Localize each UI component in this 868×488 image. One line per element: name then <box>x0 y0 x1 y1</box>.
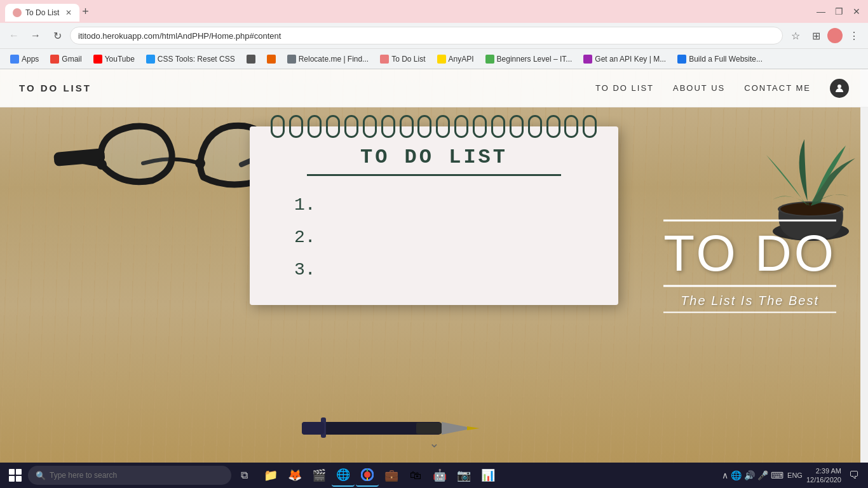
back-button[interactable]: ← <box>5 27 23 44</box>
taskbar-app-store[interactable]: 🛍 <box>404 464 427 487</box>
bookmark-game[interactable] <box>241 53 261 65</box>
tray-expand-icon[interactable]: ∧ <box>722 470 728 480</box>
bookmark-build-label: Build a Full Website... <box>689 55 763 64</box>
language-indicator: ENG <box>787 471 803 479</box>
taskbar-system-tray: ∧ 🌐 🔊 🎤 ⌨ ENG 2:39 AM 12/16/2020 🗨 <box>722 466 863 485</box>
tray-volume-icon[interactable]: 🔊 <box>744 470 755 480</box>
taskbar-search-input[interactable] <box>50 471 177 480</box>
bookmark-anyapi[interactable]: AnyAPI <box>432 53 479 65</box>
close-button[interactable]: ✕ <box>850 6 863 17</box>
bookmark-css[interactable]: CSS Tools: Reset CSS <box>141 53 240 65</box>
address-input[interactable] <box>70 27 783 44</box>
notebook-item-3: 3. <box>294 254 574 286</box>
tray-keyboard-icon[interactable]: ⌨ <box>771 470 783 480</box>
bookmark-gmail[interactable]: Gmail <box>45 53 86 65</box>
nav-todo-list[interactable]: TO DO LIST <box>595 83 654 93</box>
hero-section: TO DO LIST 1. 2. 3. TO DO The List Is Th… <box>0 69 868 463</box>
svg-rect-13 <box>302 422 324 435</box>
menu-icon[interactable]: ⋮ <box>845 27 863 44</box>
title-bar: To Do List ✕ + — ❐ ✕ <box>0 0 868 23</box>
taskbar-app-explorer[interactable]: 📁 <box>259 464 282 487</box>
relocate-favicon <box>287 55 296 64</box>
pen-decoration <box>295 406 486 457</box>
notebook-title: TO DO LIST <box>275 146 593 169</box>
bookmark-api[interactable]: Get an API Key | M... <box>578 53 671 65</box>
extensions-icon[interactable]: ⊞ <box>807 27 825 44</box>
task-view-button[interactable]: ⧉ <box>234 465 254 485</box>
api-favicon <box>583 55 592 64</box>
bookmark-css-label: CSS Tools: Reset CSS <box>158 55 235 64</box>
notebook-item-2: 2. <box>294 221 574 254</box>
taskbar-app-chrome[interactable] <box>356 464 379 487</box>
game-favicon <box>247 55 255 64</box>
bookmark-build[interactable]: Build a Full Website... <box>672 53 768 65</box>
taskbar: 🔍 ⧉ 📁 🦊 🎬 🌐 💼 🛍 🤖 📷 📊 ∧ 🌐 🔊 🎤 ⌨ <box>0 463 868 488</box>
window-controls: — ❐ ✕ <box>815 6 863 17</box>
hero-text: TO DO The List Is The Best <box>663 220 836 313</box>
svg-point-5 <box>195 158 205 168</box>
taskbar-app-edge[interactable]: 🌐 <box>332 464 355 487</box>
page-scrollbar[interactable] <box>860 69 868 463</box>
taskbar-app-vlc[interactable]: 🎬 <box>308 464 330 487</box>
tab-favicon <box>13 8 22 17</box>
site-logo: TO DO LIST <box>19 83 92 93</box>
search-icon: 🔍 <box>36 471 46 480</box>
browser-chrome: To Do List ✕ + — ❐ ✕ ← → ↻ ☆ ⊞ ⋮ Apps Gm… <box>0 0 868 69</box>
youtube-favicon <box>93 55 102 64</box>
bookmark-relocate[interactable]: Relocate.me | Find... <box>282 53 374 65</box>
system-clock: 2:39 AM 12/16/2020 <box>806 466 841 485</box>
taskbar-app-photo[interactable]: 📷 <box>452 464 475 487</box>
notebook-underline <box>307 174 561 176</box>
taskbar-app-teams[interactable]: 💼 <box>380 464 403 487</box>
notebook-rings <box>269 115 599 138</box>
tab-title: To Do List <box>25 8 59 17</box>
css-favicon <box>146 55 155 64</box>
site-nav: TO DO LIST TO DO LIST ABOUT US CONTACT M… <box>0 69 868 107</box>
svg-rect-14 <box>416 423 442 434</box>
svg-point-0 <box>837 85 841 88</box>
refresh-button[interactable]: ↻ <box>48 27 66 44</box>
notebook-item-1: 1. <box>294 189 574 221</box>
address-bar: ← → ↻ ☆ ⊞ ⋮ <box>0 23 868 48</box>
forward-button[interactable]: → <box>27 27 44 44</box>
svg-point-8 <box>780 203 841 215</box>
chrome-avatar[interactable] <box>827 28 843 43</box>
site-menu: TO DO LIST ABOUT US CONTACT ME <box>595 79 849 98</box>
svg-marker-12 <box>467 426 480 430</box>
minimize-button[interactable]: — <box>815 6 827 17</box>
bookmark-todo[interactable]: To Do List <box>375 53 430 65</box>
bookmark-api-label: Get an API Key | M... <box>595 55 666 64</box>
windows-icon <box>9 469 22 482</box>
taskbar-app-firefox[interactable]: 🦊 <box>283 464 306 487</box>
bookmark-youtube[interactable]: YouTube <box>88 53 140 65</box>
hero-sub-text: The List Is The Best <box>663 294 836 313</box>
bookmark-beginners[interactable]: Beginners Level – IT... <box>480 53 578 65</box>
browser-tab[interactable]: To Do List ✕ <box>5 4 79 22</box>
start-button[interactable] <box>5 465 25 485</box>
taskbar-app-excel[interactable]: 📊 <box>477 464 499 487</box>
nav-contact-me[interactable]: CONTACT ME <box>744 83 811 93</box>
maximize-button[interactable]: ❐ <box>832 6 845 17</box>
bookmark-apps[interactable]: Apps <box>5 53 44 65</box>
notebook: TO DO LIST 1. 2. 3. <box>250 126 618 305</box>
bookmark-star-icon[interactable]: ☆ <box>787 27 804 44</box>
nav-about-us[interactable]: ABOUT US <box>673 83 725 93</box>
gmail-favicon <box>50 55 59 64</box>
taskbar-app-android[interactable]: 🤖 <box>428 464 451 487</box>
tray-network-icon[interactable]: 🌐 <box>731 470 742 480</box>
bookmark-relocate-label: Relocate.me | Find... <box>299 55 369 64</box>
bookmark-anyapi-label: AnyAPI <box>449 55 474 64</box>
tray-icons: ∧ 🌐 🔊 🎤 ⌨ <box>722 470 783 480</box>
tab-close-button[interactable]: ✕ <box>65 8 72 17</box>
notification-button[interactable]: 🗨 <box>845 466 863 484</box>
svg-point-4 <box>97 159 107 170</box>
anyapi-favicon <box>437 55 446 64</box>
taskbar-search[interactable]: 🔍 <box>28 466 231 485</box>
tray-mic-icon[interactable]: 🎤 <box>757 470 768 480</box>
bookmark-firefox[interactable] <box>262 53 281 65</box>
clock-time: 2:39 AM <box>806 466 841 475</box>
user-avatar-icon[interactable] <box>830 79 849 98</box>
new-tab-button[interactable]: + <box>82 5 89 18</box>
scroll-down-arrow[interactable]: ⌄ <box>429 435 440 451</box>
bookmarks-bar: Apps Gmail YouTube CSS Tools: Reset CSS … <box>0 48 868 69</box>
